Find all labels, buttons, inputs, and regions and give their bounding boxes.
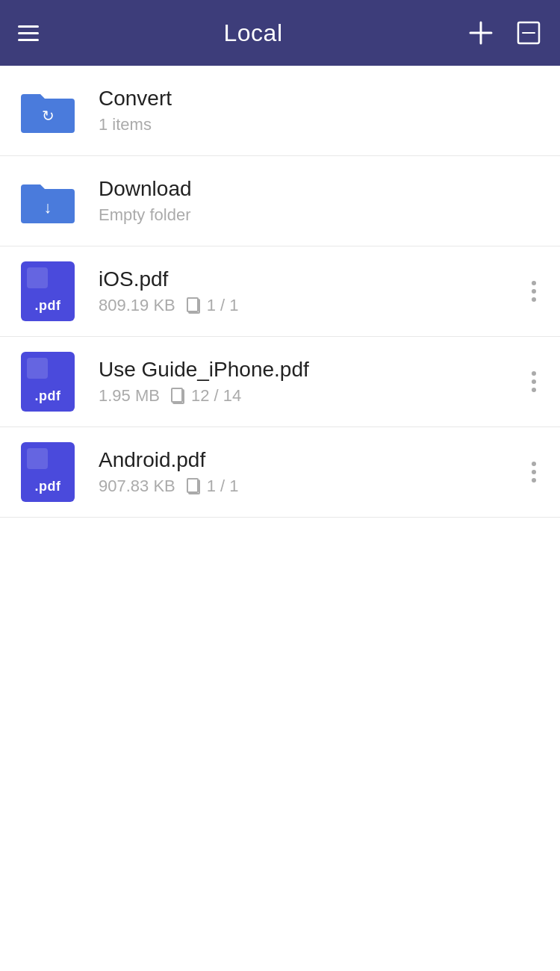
convert-folder-info: Convert 1 items xyxy=(99,87,542,134)
ios-pdf-meta: 809.19 KB 1 / 1 xyxy=(99,296,526,315)
pages-icon xyxy=(186,297,202,314)
svg-rect-9 xyxy=(172,388,182,402)
header-actions xyxy=(467,19,542,46)
app-header: Local xyxy=(0,0,560,66)
plus-icon[interactable] xyxy=(467,19,494,46)
android-pdf-name: Android.pdf xyxy=(99,448,526,472)
use-guide-pdf-menu-button[interactable] xyxy=(526,365,542,398)
svg-rect-7 xyxy=(187,298,198,311)
svg-text:↓: ↓ xyxy=(44,198,52,217)
use-guide-pdf-info: Use Guide_iPhone.pdf 1.95 MB 12 / 14 xyxy=(99,358,526,406)
pages-icon xyxy=(186,477,202,495)
svg-rect-11 xyxy=(187,479,198,492)
android-pdf-meta: 907.83 KB 1 / 1 xyxy=(99,477,526,496)
ios-pdf-menu-button[interactable] xyxy=(526,275,542,308)
convert-folder-name: Convert xyxy=(99,87,542,111)
use-guide-pdf-meta: 1.95 MB 12 / 14 xyxy=(99,386,526,406)
convert-folder-icon: ↻ xyxy=(18,81,78,140)
page-title: Local xyxy=(224,19,283,47)
list-item[interactable]: .pdf Use Guide_iPhone.pdf 1.95 MB 12 / 1… xyxy=(0,337,560,427)
android-pdf-menu-button[interactable] xyxy=(526,456,542,488)
file-list: ↻ Convert 1 items ↓ Download Empty folde… xyxy=(0,66,560,518)
use-guide-pdf-name: Use Guide_iPhone.pdf xyxy=(99,358,526,382)
ios-pdf-icon: .pdf xyxy=(18,261,78,321)
android-pdf-icon: .pdf xyxy=(18,442,78,502)
edit-icon[interactable] xyxy=(515,19,542,46)
download-folder-info: Download Empty folder xyxy=(99,177,542,225)
android-pdf-info: Android.pdf 907.83 KB 1 / 1 xyxy=(99,448,526,496)
list-item[interactable]: .pdf iOS.pdf 809.19 KB 1 / 1 xyxy=(0,246,560,337)
list-item[interactable]: ↻ Convert 1 items xyxy=(0,66,560,156)
list-item[interactable]: ↓ Download Empty folder xyxy=(0,156,560,246)
use-guide-pdf-icon: .pdf xyxy=(18,352,78,412)
download-folder-icon: ↓ xyxy=(18,171,78,231)
list-item[interactable]: .pdf Android.pdf 907.83 KB 1 / 1 xyxy=(0,427,560,518)
svg-text:↻: ↻ xyxy=(42,108,55,124)
download-folder-meta: Empty folder xyxy=(99,205,542,225)
ios-pdf-info: iOS.pdf 809.19 KB 1 / 1 xyxy=(99,267,526,315)
pages-icon xyxy=(170,387,187,405)
ios-pdf-name: iOS.pdf xyxy=(99,267,526,291)
download-folder-name: Download xyxy=(99,177,542,201)
convert-folder-meta: 1 items xyxy=(99,115,542,134)
hamburger-icon[interactable] xyxy=(18,25,39,41)
